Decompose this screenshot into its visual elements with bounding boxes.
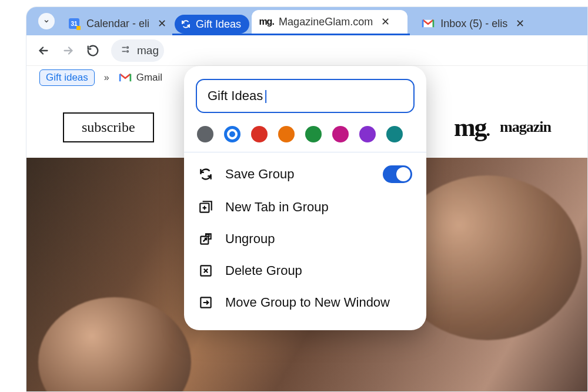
color-green[interactable] — [305, 126, 322, 142]
group-name-input[interactable] — [196, 79, 415, 113]
menu-label: Delete Group — [225, 263, 302, 278]
move-window-icon — [198, 295, 213, 310]
new-tab-icon — [198, 200, 213, 215]
tab-inbox[interactable]: Inbox (5) - elis ✕ — [413, 12, 530, 35]
tab-magazine[interactable]: mg. MagazineGlam.com ✕ — [252, 10, 407, 34]
delete-icon — [198, 263, 213, 278]
site-settings-icon[interactable] — [121, 45, 130, 56]
chevron-down-icon — [43, 18, 50, 25]
sync-icon — [181, 19, 191, 29]
arrow-right-icon — [62, 44, 75, 57]
color-magenta[interactable] — [332, 126, 349, 142]
menu-new-tab-in-group[interactable]: New Tab in Group — [184, 191, 426, 223]
tab-title: Inbox (5) - elis — [440, 18, 507, 30]
site-brand: mg. magazin — [454, 112, 551, 142]
close-tab-icon[interactable]: ✕ — [158, 17, 166, 30]
tab-strip: 31 Calendar - eli ✕ Gift Ideas mg. Magaz… — [26, 7, 587, 35]
menu-label: New Tab in Group — [225, 200, 329, 215]
svg-point-1 — [127, 51, 129, 52]
save-group-toggle[interactable] — [383, 165, 412, 183]
tab-calendar[interactable]: 31 Calendar - eli ✕ — [59, 12, 172, 35]
bookmarks-overflow-icon[interactable]: » — [104, 72, 109, 83]
reload-button[interactable] — [86, 44, 99, 57]
menu-label: Move Group to New Window — [225, 295, 390, 310]
reload-icon — [86, 44, 99, 57]
calendar-favicon-icon: 31 — [68, 17, 81, 30]
color-blue-selected[interactable] — [224, 126, 240, 142]
svg-point-0 — [127, 46, 129, 48]
forward-button[interactable] — [62, 44, 75, 57]
arrow-left-icon — [37, 44, 50, 57]
magazine-favicon-icon: mg. — [260, 15, 273, 28]
color-red[interactable] — [251, 126, 268, 142]
back-button[interactable] — [37, 44, 50, 57]
brand-name: magazin — [500, 118, 551, 136]
menu-label: Save Group — [225, 167, 294, 182]
sync-icon — [198, 167, 213, 182]
tab-group-label: Gift Ideas — [196, 18, 241, 31]
bookmark-gmail[interactable]: Gmail — [119, 71, 162, 84]
bookmark-label: Gmail — [136, 72, 162, 84]
menu-save-group[interactable]: Save Group — [184, 157, 426, 191]
color-purple[interactable] — [359, 126, 376, 142]
ungroup-icon — [198, 231, 213, 247]
gmail-favicon-icon — [422, 17, 435, 30]
color-picker — [197, 126, 413, 142]
gmail-favicon-icon — [119, 71, 132, 84]
omnibox[interactable]: mag — [111, 39, 164, 62]
omnibox-text: mag — [137, 44, 159, 57]
bookmark-folder-gift-ideas[interactable]: Gift ideas — [39, 69, 95, 86]
tab-group-chip[interactable]: Gift Ideas — [175, 15, 249, 34]
menu-delete-group[interactable]: Delete Group — [184, 255, 426, 287]
menu-move-to-new-window[interactable]: Move Group to New Window — [184, 287, 426, 318]
toolbar: mag — [26, 35, 587, 66]
menu-label: Ungroup — [225, 231, 275, 247]
menu-divider — [184, 152, 426, 152]
color-teal[interactable] — [386, 126, 403, 142]
close-tab-icon[interactable]: ✕ — [381, 15, 390, 28]
tab-group-menu: | Save Group New Tab in Group Ungroup De… — [184, 66, 426, 330]
color-orange[interactable] — [278, 126, 295, 142]
color-grey[interactable] — [197, 126, 213, 142]
tab-title: MagazineGlam.com — [279, 16, 373, 28]
close-tab-icon[interactable]: ✕ — [516, 17, 524, 30]
brand-logo-icon: mg. — [454, 112, 489, 142]
menu-ungroup[interactable]: Ungroup — [184, 223, 426, 255]
tab-title: Calendar - eli — [86, 18, 149, 30]
subscribe-button[interactable]: subscribe — [63, 112, 154, 142]
tabs-dropdown-button[interactable] — [38, 13, 55, 29]
tab-group-blue: Gift Ideas mg. MagazineGlam.com ✕ — [172, 7, 410, 35]
tabs-menu-area — [38, 7, 59, 35]
